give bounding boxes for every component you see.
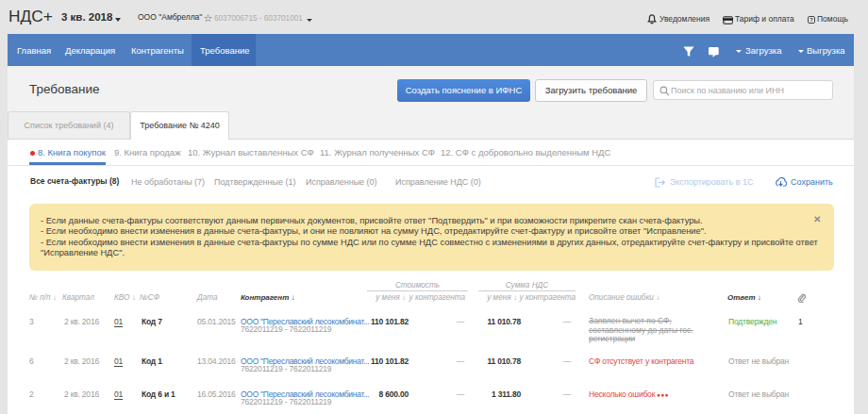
svg-text:?: ? <box>810 17 813 23</box>
